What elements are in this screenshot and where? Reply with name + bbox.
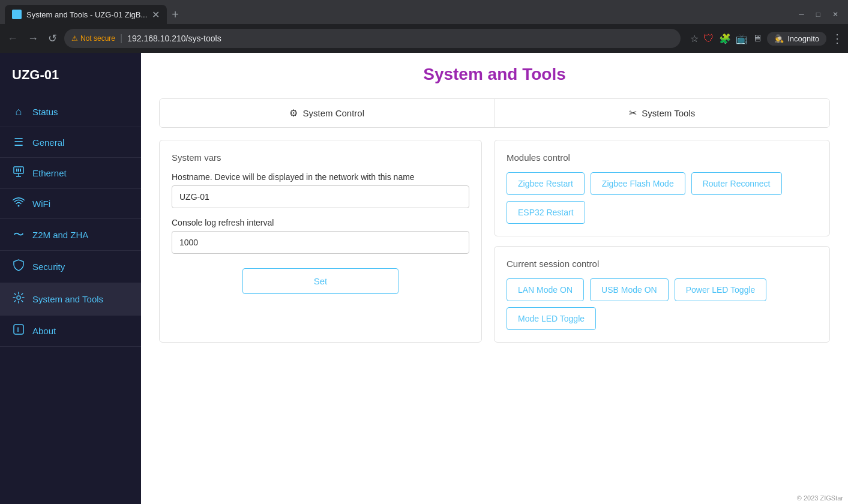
forward-button[interactable]: →: [25, 30, 41, 47]
sidebar: UZG-01 ⌂ Status ☰ General Ethernet: [0, 53, 141, 504]
sidebar-item-label: Status: [32, 107, 58, 117]
close-button[interactable]: ✕: [828, 8, 843, 21]
sidebar-item-label: WiFi: [32, 199, 50, 209]
system-control-tab-icon: ⚙: [289, 107, 298, 119]
menu-button[interactable]: ⋮: [831, 31, 843, 46]
status-icon: ⌂: [12, 106, 25, 118]
console-label: Console log refresh interval: [172, 218, 469, 227]
sidebar-item-about[interactable]: i About: [0, 316, 141, 347]
ethernet-icon: [12, 166, 25, 180]
tabs-row: ⚙ System Control ✂ System Tools: [159, 98, 830, 128]
sidebar-item-label: Ethernet: [32, 168, 67, 178]
sidebar-logo: UZG-01: [0, 62, 141, 97]
hostname-label: Hostname. Device will be displayed in th…: [172, 172, 469, 182]
mode-led-toggle-button[interactable]: Mode LED Toggle: [507, 307, 596, 330]
star-icon[interactable]: ☆: [690, 33, 699, 44]
browser-chrome: System and Tools - UZG-01 ZigB... ✕ + ─ …: [0, 0, 848, 53]
warning-icon: ⚠: [71, 34, 78, 43]
esp32-restart-button[interactable]: ESP32 Restart: [507, 201, 585, 224]
zigbee-restart-button[interactable]: Zigbee Restart: [507, 172, 585, 195]
system-tools-tab-icon: ✂: [629, 107, 637, 119]
page-title: System and Tools: [159, 65, 830, 84]
sidebar-item-label: System and Tools: [32, 294, 103, 304]
restore-button[interactable]: □: [811, 8, 825, 21]
about-icon: i: [12, 324, 25, 338]
svg-point-6: [18, 205, 20, 207]
sidebar-item-general[interactable]: ☰ General: [0, 127, 141, 158]
incognito-icon: 🕵: [774, 34, 784, 43]
hostname-input[interactable]: [172, 185, 469, 208]
sidebar-item-label: General: [32, 137, 64, 148]
toolbar-icons: ☆ 🛡 🧩 📺 🖥: [690, 32, 762, 45]
svg-rect-3: [20, 169, 21, 172]
sidebar-item-security[interactable]: Security: [0, 251, 141, 283]
app-container: UZG-01 ⌂ Status ☰ General Ethernet: [0, 53, 848, 504]
footer: © 2023 ZIGStar: [792, 492, 848, 504]
tab-bar: System and Tools - UZG-01 ZigB... ✕ + ─ …: [0, 0, 848, 24]
system-control-tab-label: System Control: [302, 108, 364, 118]
system-vars-panel: System vars Hostname. Device will be dis…: [159, 140, 482, 343]
shield-icon[interactable]: 🛡: [703, 32, 714, 45]
svg-rect-1: [16, 169, 17, 172]
set-button[interactable]: Set: [242, 268, 398, 294]
minimize-button[interactable]: ─: [794, 8, 809, 21]
sidebar-item-label: Z2M and ZHA: [32, 230, 88, 240]
session-control-title: Current session control: [507, 259, 817, 269]
footer-label: © 2023 ZIGStar: [797, 494, 843, 502]
modules-control-box: Modules control Zigbee Restart Zigbee Fl…: [494, 140, 830, 236]
profile-icon[interactable]: 🖥: [753, 33, 762, 44]
zigbee-flash-mode-button[interactable]: Zigbee Flash Mode: [591, 172, 685, 195]
new-tab-button[interactable]: +: [172, 8, 179, 22]
cast-icon[interactable]: 📺: [736, 33, 748, 44]
not-secure-indicator: ⚠ Not secure: [71, 34, 115, 43]
window-controls: ─ □ ✕: [794, 8, 843, 21]
separator: |: [120, 33, 122, 44]
url-text: 192.168.10.210/sys-tools: [127, 34, 221, 43]
modules-btn-group: Zigbee Restart Zigbee Flash Mode Router …: [507, 172, 817, 224]
svg-point-7: [17, 296, 20, 299]
system-vars-title: System vars: [172, 152, 469, 163]
power-led-toggle-button[interactable]: Power LED Toggle: [675, 278, 767, 301]
svg-text:i: i: [17, 326, 19, 333]
browser-tab[interactable]: System and Tools - UZG-01 ZigB... ✕: [5, 5, 167, 24]
modules-control-title: Modules control: [507, 152, 817, 163]
lan-mode-on-button[interactable]: LAN Mode ON: [507, 278, 584, 301]
tab-system-control[interactable]: ⚙ System Control: [160, 99, 495, 127]
svg-rect-2: [18, 169, 19, 172]
security-icon: [12, 259, 25, 274]
z2m-icon: 〜: [12, 227, 25, 242]
sidebar-item-ethernet[interactable]: Ethernet: [0, 158, 141, 189]
right-panel: Modules control Zigbee Restart Zigbee Fl…: [494, 140, 830, 343]
general-icon: ☰: [12, 136, 25, 149]
incognito-button[interactable]: 🕵 Incognito: [767, 32, 826, 46]
tab-favicon: [12, 10, 22, 19]
sidebar-item-system-tools[interactable]: System and Tools: [0, 283, 141, 316]
sidebar-item-z2m-zha[interactable]: 〜 Z2M and ZHA: [0, 219, 141, 251]
sidebar-item-status[interactable]: ⌂ Status: [0, 97, 141, 127]
extensions-icon[interactable]: 🧩: [719, 33, 731, 44]
usb-mode-on-button[interactable]: USB Mode ON: [590, 278, 669, 301]
console-interval-input[interactable]: [172, 231, 469, 254]
wifi-icon: [12, 197, 25, 210]
reload-button[interactable]: ↺: [46, 29, 59, 47]
system-tools-icon: [12, 292, 25, 307]
sidebar-item-wifi[interactable]: WiFi: [0, 189, 141, 219]
address-bar-row: ← → ↺ ⚠ Not secure | 192.168.10.210/sys-…: [0, 24, 848, 53]
address-bar[interactable]: ⚠ Not secure | 192.168.10.210/sys-tools: [64, 29, 681, 48]
panels-row: System vars Hostname. Device will be dis…: [159, 140, 830, 343]
tab-system-tools[interactable]: ✂ System Tools: [495, 99, 830, 127]
router-reconnect-button[interactable]: Router Reconnect: [691, 172, 782, 195]
system-tools-tab-label: System Tools: [642, 108, 695, 118]
main-content: System and Tools ⚙ System Control ✂ Syst…: [141, 53, 848, 504]
tab-title: System and Tools - UZG-01 ZigB...: [26, 10, 147, 19]
back-button[interactable]: ←: [5, 30, 20, 47]
sidebar-item-label: About: [32, 326, 56, 336]
session-btn-group: LAN Mode ON USB Mode ON Power LED Toggle…: [507, 278, 817, 330]
tab-close-icon[interactable]: ✕: [152, 9, 160, 20]
session-control-box: Current session control LAN Mode ON USB …: [494, 246, 830, 343]
sidebar-item-label: Security: [32, 262, 65, 272]
